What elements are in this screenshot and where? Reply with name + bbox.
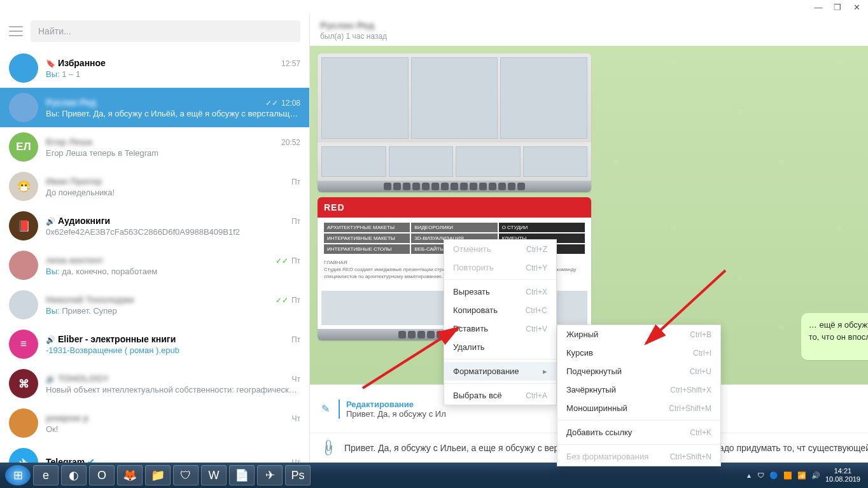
chat-name: Руслан Ред [46, 97, 96, 108]
chat-item[interactable]: Николай Тохолоджи✓✓ ПтВы: Привет. Супер [0, 285, 309, 324]
message-text: … ещё я обсужу с верстальщиком, и разраб… [809, 320, 868, 342]
menu-item[interactable]: Добавить ссылкуCtrl+K [557, 423, 720, 442]
taskbar-app-icon[interactable]: e [33, 465, 59, 485]
chat-item[interactable]: 📕🔊АудиокнигиПт0x62efe42AE3B7cFa563C2866D… [0, 206, 309, 246]
tray-icon[interactable]: 🛡 [757, 471, 764, 479]
window-controls: — ❐ ✕ [811, 1, 864, 13]
contact-status: был(а) 1 час назад [320, 32, 868, 41]
menu-shortcut: Ctrl+V [526, 324, 547, 333]
taskbar-app-icon[interactable]: ◐ [61, 465, 87, 485]
menu-icon[interactable] [9, 26, 23, 36]
menu-item[interactable]: ЖирныйCtrl+B [557, 325, 720, 344]
chat-type-icon: 🔊 [46, 217, 55, 226]
site-menu-item: АРХИТЕКТУРНЫЕ МАКЕТЫ [324, 223, 410, 232]
chat-time: Пт [291, 178, 300, 186]
menu-label: Без форматирования [566, 452, 648, 461]
menu-label: Вырезать [453, 287, 490, 296]
chat-name: Егор Леша [46, 137, 92, 147]
avatar [9, 251, 38, 280]
outgoing-message[interactable]: … ещё я обсужу с верстальщиком, и разраб… [801, 313, 868, 360]
menu-item[interactable]: МоноширинныйCtrl+Shift+M [557, 399, 720, 417]
chat-type-icon: 🔊 [46, 375, 55, 384]
chat-item[interactable]: ✈Telegram ✔Чт [0, 443, 309, 463]
menu-shortcut: Ctrl+Shift+N [670, 452, 711, 461]
menu-item[interactable]: КурсивCtrl+I [557, 344, 720, 362]
chat-name: Иван Прогер [46, 176, 102, 186]
chat-preview: 0x62efe42AE3B7cFa563C2866D6f0A9988B409B1… [46, 227, 300, 237]
menu-item[interactable]: ВырезатьCtrl+X [444, 282, 556, 301]
taskbar-app-icon[interactable]: 🛡 [173, 465, 199, 485]
menu-shortcut: Ctrl+U [690, 367, 711, 376]
chat-item[interactable]: 🔖Избранное12:57Вы: 1 – 1 [0, 48, 309, 88]
taskbar-app-icon[interactable]: ⊞ [5, 465, 31, 485]
menu-item[interactable]: Форматирование▸ [444, 362, 556, 380]
conversation-header: Руслан Ред был(а) 1 час назад 📞 🔍 ◫ ⋮ [310, 14, 868, 46]
chat-time: ✓✓ Пт [276, 256, 300, 265]
menu-item[interactable]: Удалить [444, 338, 556, 356]
read-checks-icon: ✓✓ [276, 256, 290, 265]
macos-dock-thumb [318, 181, 591, 192]
maximize-button[interactable]: ❐ [830, 1, 845, 13]
tray-expand-icon[interactable]: ▲ [746, 472, 752, 479]
menu-item[interactable]: ЗачёркнутыйCtrl+Shift+X [557, 380, 720, 399]
avatar: 😷 [9, 172, 38, 201]
chat-item[interactable]: Руслан Ред✓✓ 12:08Вы: Привет. Да, я обсу… [0, 88, 309, 127]
chat-type-icon: 🔖 [46, 59, 55, 68]
close-button[interactable]: ✕ [849, 1, 864, 13]
taskbar-app-icon[interactable]: O [89, 465, 115, 485]
context-menu-edit[interactable]: ОтменитьCtrl+ZПовторитьCtrl+YВырезатьCtr… [444, 239, 557, 405]
menu-shortcut: Ctrl+Z [526, 245, 547, 254]
tray-icon[interactable]: 🔵 [769, 471, 778, 480]
chat-name: 🔊Eliber - электронные книги [46, 334, 176, 344]
avatar: ✈ [9, 448, 38, 463]
tray-network-icon[interactable]: 📶 [797, 471, 806, 480]
chat-item[interactable]: ≡🔊Eliber - электронные книгиПт-1931-Возв… [0, 324, 309, 364]
chat-item[interactable]: ЕЛЕгор Леша20:52Егор Леша теперь в Teleg… [0, 127, 309, 167]
search-input[interactable]: Найти... [31, 20, 300, 42]
menu-shortcut: Ctrl+Y [526, 263, 547, 272]
chat-preview: Новый объект интеллектуальной собственно… [46, 385, 300, 394]
chat-name: 🔖Избранное [46, 58, 106, 68]
menu-item: ПовторитьCtrl+Y [444, 258, 556, 277]
chat-item[interactable]: ⌘🔊TOHOLOGYЧтНовый объект интеллектуально… [0, 364, 309, 403]
chat-time: ✓✓ 12:08 [265, 99, 300, 108]
menu-shortcut: Ctrl+I [693, 349, 711, 358]
tray-icon[interactable]: 🟧 [783, 471, 792, 480]
taskbar-app-icon[interactable]: 📄 [229, 465, 255, 485]
conversation-title: Руслан Ред был(а) 1 час назад [320, 20, 868, 41]
menu-label: Повторить [453, 263, 493, 272]
chat-name: Telegram ✔ [46, 457, 95, 463]
chat-item[interactable]: 😷Иван ПрогерПтДо понедельника! [0, 167, 309, 206]
chat-preview: Ок! [46, 424, 300, 434]
minimize-button[interactable]: — [811, 1, 826, 13]
taskbar-app-icon[interactable]: ✈ [257, 465, 283, 485]
taskbar-app-icon[interactable]: W [201, 465, 227, 485]
menu-item[interactable]: ВставитьCtrl+V [444, 319, 556, 338]
menu-shortcut: Ctrl+C [526, 306, 547, 315]
tray-volume-icon[interactable]: 🔊 [811, 471, 820, 480]
menu-item[interactable]: КопироватьCtrl+C [444, 301, 556, 319]
chat-preview: Вы: Привет. Да, я обсужу с Ильёй, а ещё … [46, 109, 300, 118]
taskbar-app-icon[interactable]: Ps [285, 465, 311, 485]
chat-preview: Вы: Привет. Супер [46, 306, 300, 316]
chat-preview: Вы: да, конечно, поработаем [46, 267, 300, 276]
menu-label: Удалить [453, 342, 485, 352]
menu-item: Без форматированияCtrl+Shift+N [557, 447, 720, 466]
menu-shortcut: Ctrl+Shift+X [670, 386, 711, 394]
chat-preview: -1931-Возвращение ( роман ).epub [46, 345, 300, 355]
menu-item[interactable]: ПодчеркнутыйCtrl+U [557, 362, 720, 380]
chat-item[interactable]: ромром рЧтОк! [0, 403, 309, 443]
chat-time: Пт [291, 335, 300, 344]
clock-time: 14:21 [825, 467, 860, 475]
taskbar-clock[interactable]: 14:21 10.08.2019 [825, 467, 860, 484]
menu-shortcut: Ctrl+A [526, 391, 547, 400]
taskbar-app-icon[interactable]: 🦊 [117, 465, 143, 485]
chat-item[interactable]: лена контент✓✓ ПтВы: да, конечно, порабо… [0, 246, 309, 285]
menu-item[interactable]: Выбрать всёCtrl+A [444, 386, 556, 405]
attach-icon[interactable]: 📎 [318, 438, 338, 457]
avatar: ⌘ [9, 369, 38, 398]
verified-icon: ✔ [85, 457, 95, 463]
taskbar-app-icon[interactable]: 📁 [145, 465, 171, 485]
context-menu-formatting[interactable]: ЖирныйCtrl+BКурсивCtrl+IПодчеркнутыйCtrl… [557, 324, 721, 466]
message-media-1[interactable] [318, 53, 591, 192]
